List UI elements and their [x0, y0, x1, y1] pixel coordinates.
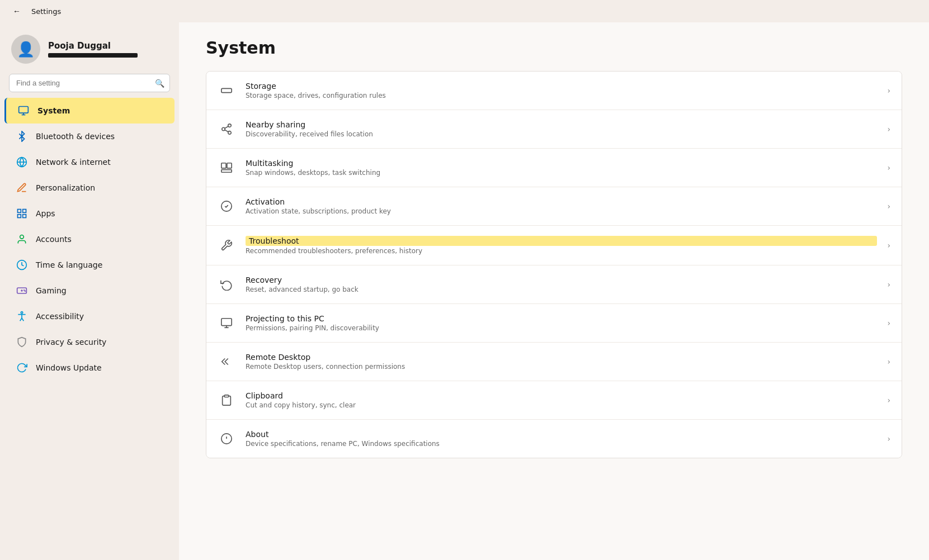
svg-point-19	[228, 124, 232, 127]
multitasking-setting-icon	[218, 159, 235, 177]
user-info: Pooja Duggal	[48, 41, 138, 58]
settings-item-multitasking[interactable]: MultitaskingSnap windows, desktops, task…	[206, 149, 902, 187]
sidebar-item-network[interactable]: Network & internet	[4, 149, 175, 175]
projecting-chevron-icon: ›	[887, 319, 890, 328]
recovery-title: Recovery	[246, 276, 877, 284]
svg-point-16	[21, 312, 22, 314]
troubleshoot-desc: Recommended troubleshooters, preferences…	[246, 247, 877, 255]
sidebar-item-time[interactable]: Time & language	[4, 252, 175, 278]
svg-rect-6	[23, 210, 26, 213]
settings-item-clipboard[interactable]: ClipboardCut and copy history, sync, cle…	[206, 381, 902, 420]
svg-rect-24	[221, 163, 226, 168]
recovery-chevron-icon: ›	[887, 280, 890, 289]
svg-rect-28	[221, 319, 232, 326]
svg-point-9	[20, 235, 24, 239]
clipboard-setting-icon	[218, 391, 235, 409]
search-input[interactable]	[9, 74, 170, 92]
remote-desktop-setting-icon	[218, 353, 235, 371]
remote-desktop-chevron-icon: ›	[887, 357, 890, 366]
projecting-title: Projecting to this PC	[246, 314, 877, 323]
settings-list: StorageStorage space, drives, configurat…	[206, 71, 902, 458]
settings-item-nearby-sharing[interactable]: Nearby sharingDiscoverability, received …	[206, 110, 902, 149]
search-box: 🔍	[9, 74, 170, 92]
clipboard-desc: Cut and copy history, sync, clear	[246, 401, 877, 409]
sidebar-nav: SystemBluetooth & devicesNetwork & inter…	[0, 98, 179, 381]
settings-item-remote-desktop[interactable]: Remote DesktopRemote Desktop users, conn…	[206, 343, 902, 381]
personalization-icon	[16, 182, 28, 194]
svg-rect-25	[227, 163, 232, 168]
sidebar-item-update[interactable]: Windows Update	[4, 355, 175, 381]
multitasking-desc: Snap windows, desktops, task switching	[246, 169, 877, 177]
svg-rect-5	[18, 210, 21, 213]
sidebar-item-label-system: System	[37, 106, 70, 115]
svg-point-15	[25, 291, 25, 291]
svg-rect-8	[23, 215, 26, 218]
troubleshoot-title: Troubleshoot	[246, 236, 877, 246]
sidebar-item-label-bluetooth: Bluetooth & devices	[36, 132, 115, 141]
user-email-bar	[48, 53, 138, 58]
sidebar-item-label-network: Network & internet	[36, 158, 111, 167]
accounts-icon	[16, 233, 28, 245]
about-setting-icon	[218, 430, 235, 448]
svg-rect-0	[19, 107, 29, 113]
nearby-sharing-setting-icon	[218, 120, 235, 138]
privacy-icon	[16, 336, 28, 348]
sidebar-item-privacy[interactable]: Privacy & security	[4, 329, 175, 355]
about-title: About	[246, 430, 877, 439]
recovery-setting-icon	[218, 276, 235, 293]
recovery-desc: Reset, advanced startup, go back	[246, 286, 877, 293]
multitasking-title: Multitasking	[246, 159, 877, 168]
storage-setting-icon	[218, 82, 235, 99]
clipboard-title: Clipboard	[246, 391, 877, 400]
svg-line-23	[225, 126, 228, 129]
settings-item-storage[interactable]: StorageStorage space, drives, configurat…	[206, 72, 902, 110]
activation-setting-icon	[218, 197, 235, 215]
sidebar-item-gaming[interactable]: Gaming	[4, 278, 175, 303]
remote-desktop-title: Remote Desktop	[246, 353, 877, 362]
main-layout: 👤 Pooja Duggal 🔍 SystemBluetooth & devic…	[0, 22, 929, 560]
sidebar-item-accessibility[interactable]: Accessibility	[4, 303, 175, 329]
svg-point-14	[24, 290, 25, 291]
sidebar-item-label-privacy: Privacy & security	[36, 338, 106, 347]
apps-icon	[16, 207, 28, 220]
title-bar: ← Settings	[0, 0, 929, 22]
settings-item-activation[interactable]: ActivationActivation state, subscription…	[206, 187, 902, 226]
user-section[interactable]: 👤 Pooja Duggal	[0, 27, 179, 74]
svg-rect-17	[221, 88, 232, 92]
sidebar-item-personalization[interactable]: Personalization	[4, 175, 175, 201]
sidebar-item-label-accounts: Accounts	[36, 235, 72, 244]
sidebar-item-label-update: Windows Update	[36, 363, 102, 372]
troubleshoot-setting-icon	[218, 236, 235, 254]
activation-title: Activation	[246, 197, 877, 206]
projecting-setting-icon	[218, 314, 235, 332]
settings-item-recovery[interactable]: RecoveryReset, advanced startup, go back…	[206, 265, 902, 304]
sidebar-item-label-apps: Apps	[36, 209, 55, 218]
settings-item-about[interactable]: AboutDevice specifications, rename PC, W…	[206, 420, 902, 458]
bluetooth-icon	[16, 130, 28, 143]
sidebar-item-bluetooth[interactable]: Bluetooth & devices	[4, 124, 175, 149]
activation-chevron-icon: ›	[887, 202, 890, 211]
about-desc: Device specifications, rename PC, Window…	[246, 440, 877, 448]
settings-item-projecting[interactable]: Projecting to this PCPermissions, pairin…	[206, 304, 902, 343]
nearby-sharing-title: Nearby sharing	[246, 120, 877, 129]
svg-line-22	[225, 130, 228, 132]
sidebar-item-label-personalization: Personalization	[36, 183, 95, 192]
about-chevron-icon: ›	[887, 434, 890, 443]
svg-rect-26	[221, 170, 232, 173]
projecting-desc: Permissions, pairing PIN, discoverabilit…	[246, 324, 877, 332]
settings-item-troubleshoot[interactable]: TroubleshootRecommended troubleshooters,…	[206, 226, 902, 265]
avatar-icon: 👤	[17, 41, 35, 58]
title-bar-title: Settings	[31, 7, 61, 16]
back-button[interactable]: ←	[9, 3, 25, 19]
avatar: 👤	[11, 35, 40, 64]
sidebar-item-accounts[interactable]: Accounts	[4, 226, 175, 252]
gaming-icon	[16, 284, 28, 297]
user-name: Pooja Duggal	[48, 41, 138, 51]
sidebar-item-label-accessibility: Accessibility	[36, 312, 84, 321]
sidebar-item-apps[interactable]: Apps	[4, 201, 175, 226]
svg-rect-31	[224, 395, 228, 397]
nearby-sharing-chevron-icon: ›	[887, 125, 890, 134]
sidebar: 👤 Pooja Duggal 🔍 SystemBluetooth & devic…	[0, 22, 179, 560]
network-icon	[16, 156, 28, 168]
sidebar-item-system[interactable]: System	[4, 98, 175, 124]
